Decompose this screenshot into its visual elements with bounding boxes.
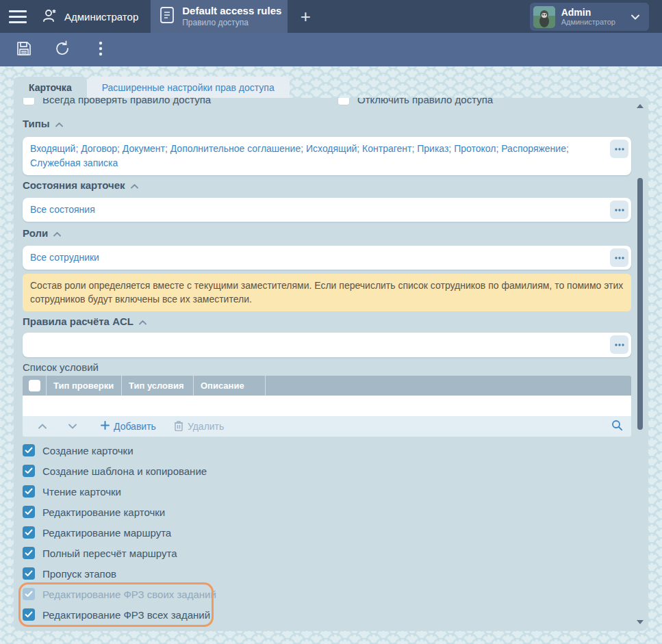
checkbox-row[interactable]: Пропуск этапов — [23, 567, 116, 580]
scrollbar-thumb[interactable] — [637, 178, 643, 430]
checkbox-label: Отключить правило доступа — [357, 98, 493, 105]
checkbox[interactable] — [23, 465, 35, 477]
kebab-menu-icon — [99, 40, 103, 60]
trash-icon — [174, 420, 183, 433]
new-tab-button[interactable]: + — [288, 0, 323, 33]
checkbox-row[interactable]: Всегда проверять правило доступа — [23, 98, 211, 106]
more-actions-button[interactable] — [90, 40, 111, 60]
tab-title: Default access rules — [182, 5, 281, 18]
tab-card[interactable]: Карточка — [14, 77, 87, 98]
chevron-down-icon — [631, 14, 639, 20]
checkbox-label: Редактирование ФРЗ всех заданий — [42, 609, 210, 621]
select-all-checkbox[interactable] — [29, 380, 40, 391]
checkbox-row[interactable]: Редактирование маршрута — [23, 526, 171, 539]
chevron-up-icon — [139, 315, 147, 327]
document-icon — [159, 5, 175, 27]
roles-select-button[interactable] — [610, 248, 628, 267]
conditions-table-footer: Добавить Удалить — [23, 416, 631, 437]
card-states-value: Все состояния — [23, 198, 631, 222]
checkbox-label: Редактирование маршрута — [42, 527, 171, 539]
user-name: Admin — [561, 7, 615, 18]
checkbox[interactable] — [23, 98, 35, 105]
checkbox-row[interactable]: Редактирование ФРЗ своих заданий — [23, 587, 216, 601]
card-toolbar — [0, 33, 662, 66]
content-area: Карточка Расширенные настройки прав дост… — [0, 66, 662, 644]
card-states-field[interactable]: Все состояния — [23, 198, 631, 222]
column-description[interactable]: Описание — [194, 376, 266, 396]
top-bar: Администратор Default access rules Прави… — [0, 0, 662, 33]
checkbox-row[interactable]: Полный пересчёт маршрута — [23, 546, 177, 560]
checkbox[interactable] — [23, 485, 35, 498]
admin-user-star-icon — [41, 7, 59, 27]
user-role: Администратор — [561, 18, 615, 27]
checkbox-label: Всегда проверять правило доступа — [42, 98, 211, 105]
refresh-icon — [53, 40, 71, 60]
types-value: Входящий; Договор; Документ; Дополнитель… — [23, 137, 631, 175]
checkbox-label: Полный пересчёт маршрута — [42, 548, 177, 559]
chevron-up-icon — [53, 227, 61, 239]
add-condition-button[interactable]: Добавить — [101, 421, 156, 432]
save-icon — [15, 40, 33, 60]
checkbox-label: Чтение карточки — [42, 486, 121, 498]
checkbox-row[interactable]: Создание карточки — [23, 443, 133, 457]
checkbox[interactable] — [23, 506, 35, 518]
checkbox[interactable] — [23, 567, 35, 580]
workspace-button[interactable]: Администратор — [36, 0, 151, 33]
column-condition-type[interactable]: Тип условия — [122, 376, 194, 396]
move-up-button[interactable] — [31, 424, 54, 429]
types-field[interactable]: Входящий; Договор; Документ; Дополнитель… — [23, 137, 631, 175]
delete-condition-button[interactable]: Удалить — [174, 420, 224, 433]
checkbox-label: Редактирование карточки — [42, 506, 165, 518]
roles-field[interactable]: Все сотрудники — [23, 246, 631, 270]
acl-rules-field[interactable] — [23, 333, 631, 357]
acl-rules-value — [23, 333, 631, 346]
chevron-up-icon — [131, 179, 138, 191]
checkbox[interactable] — [338, 98, 350, 105]
card-tab-strip: Карточка Расширенные настройки прав дост… — [14, 77, 648, 98]
column-check-type[interactable]: Тип проверки — [47, 376, 122, 396]
conditions-table-header: Тип проверки Тип условия Описание — [23, 376, 631, 396]
section-roles[interactable]: Роли — [23, 227, 61, 239]
roles-note: Состав роли определяется вместе с текущи… — [23, 274, 631, 311]
scrollbar-down-arrow[interactable] — [636, 619, 644, 625]
conditions-empty-row[interactable] — [23, 396, 631, 416]
plus-icon — [101, 421, 110, 432]
conditions-label: Список условий — [23, 361, 99, 373]
tab-extended-access-settings[interactable]: Расширенные настройки прав доступа — [87, 77, 290, 98]
refresh-button[interactable] — [52, 40, 73, 60]
checkbox[interactable] — [23, 588, 35, 600]
acl-rules-select-button[interactable] — [610, 335, 628, 354]
tab-default-access-rules[interactable]: Default access rules Правило доступа — [151, 0, 288, 33]
checkbox-label: Пропуск этапов — [42, 568, 116, 580]
checkbox[interactable] — [23, 526, 35, 539]
card-panel: Всегда проверять правило доступа Отключи… — [14, 98, 648, 631]
workspace-label: Администратор — [64, 11, 138, 23]
section-card-states[interactable]: Состояния карточек — [23, 179, 138, 191]
checkbox-row[interactable]: Редактирование карточки — [23, 505, 165, 519]
chevron-up-icon — [55, 118, 63, 129]
checkbox-row[interactable]: Создание шаблона и копирование — [23, 464, 207, 478]
checkbox[interactable] — [23, 547, 35, 559]
search-icon[interactable] — [611, 420, 623, 434]
checkbox[interactable] — [23, 608, 35, 621]
section-types[interactable]: Типы — [23, 118, 63, 129]
card-states-select-button[interactable] — [610, 201, 628, 219]
tab-subtitle: Правило доступа — [182, 18, 281, 28]
checkbox-row[interactable]: Отключить правило доступа — [338, 98, 493, 106]
user-menu[interactable]: Admin Администратор — [530, 3, 649, 31]
checkbox-row[interactable]: Чтение карточки — [23, 485, 121, 498]
types-select-button[interactable] — [610, 140, 628, 158]
scrollbar-up-arrow[interactable] — [636, 103, 644, 109]
user-avatar — [533, 6, 555, 28]
roles-value: Все сотрудники — [23, 246, 631, 270]
checkbox-label: Создание шаблона и копирование — [42, 465, 207, 477]
move-down-button[interactable] — [61, 424, 84, 429]
hamburger-menu-icon[interactable] — [0, 0, 36, 33]
checkbox-label: Создание карточки — [42, 445, 133, 456]
checkbox-row[interactable]: Редактирование ФРЗ всех заданий — [23, 608, 210, 621]
checkbox-label: Редактирование ФРЗ своих заданий — [42, 589, 216, 600]
section-acl-rules[interactable]: Правила расчёта ACL — [23, 315, 147, 327]
save-button[interactable] — [14, 40, 34, 60]
checkbox[interactable] — [23, 444, 35, 456]
